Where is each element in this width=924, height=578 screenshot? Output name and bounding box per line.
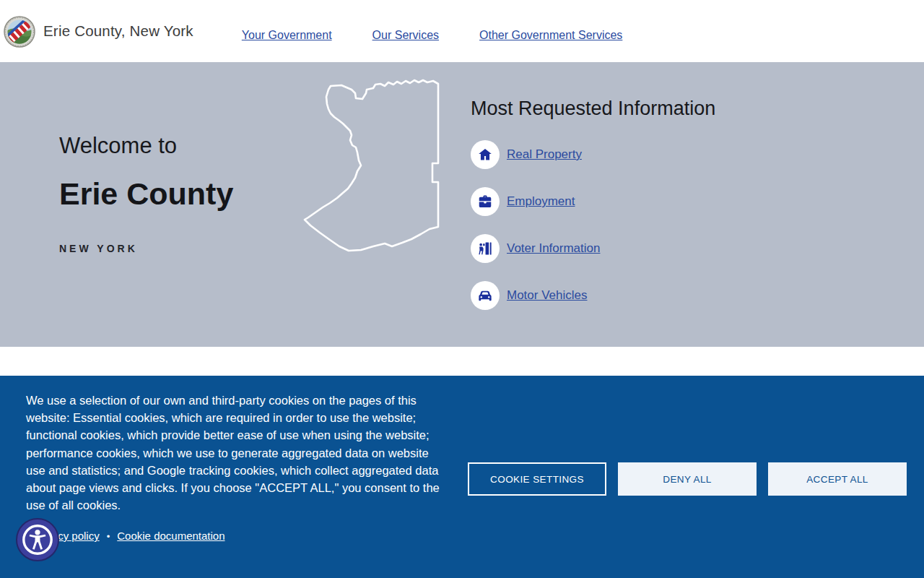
cookie-consent-banner: We use a selection of our own and third-… [0, 376, 924, 578]
cookie-buttons: COOKIE SETTINGS DENY ALL ACCEPT ALL [468, 462, 907, 496]
link-motor-vehicles[interactable]: Motor Vehicles [507, 288, 588, 303]
hero-county-name: Erie County [59, 176, 233, 212]
list-item: Voter Information [471, 234, 817, 263]
hero-state-name: NEW YORK [59, 243, 138, 254]
deny-all-button[interactable]: DENY ALL [618, 462, 757, 496]
nav-other-government-services[interactable]: Other Government Services [479, 29, 622, 42]
list-item: Motor Vehicles [471, 281, 817, 310]
most-requested-list: Real Property Employment Voter Informati… [471, 140, 817, 310]
car-icon [471, 281, 500, 310]
briefcase-icon [471, 187, 500, 216]
cookie-documentation-link[interactable]: Cookie documentation [117, 530, 225, 542]
cookie-settings-button[interactable]: COOKIE SETTINGS [468, 462, 606, 496]
accept-all-button[interactable]: ACCEPT ALL [768, 462, 907, 496]
site-title: Erie County, New York [43, 22, 193, 40]
main-nav: Your Government Our Services Other Gover… [242, 29, 623, 42]
link-voter-information[interactable]: Voter Information [507, 241, 600, 256]
erie-county-map-outline [292, 69, 444, 261]
nav-our-services[interactable]: Our Services [372, 29, 439, 42]
cookie-links: Privacy policy Cookie documentation [33, 530, 225, 543]
accessibility-icon [20, 522, 55, 557]
page: Erie County, New York Your Government Ou… [0, 0, 924, 578]
home-icon [471, 140, 500, 169]
list-item: Employment [471, 187, 817, 216]
most-requested-title: Most Requested Information [471, 95, 817, 121]
link-employment[interactable]: Employment [507, 194, 575, 209]
hero-welcome-text: Welcome to [59, 133, 177, 159]
header: Erie County, New York Your Government Ou… [0, 0, 924, 62]
cookie-message: We use a selection of our own and third-… [26, 392, 441, 514]
link-real-property[interactable]: Real Property [507, 147, 582, 162]
voting-booth-icon [471, 234, 500, 263]
list-item: Real Property [471, 140, 817, 169]
hero-section: Welcome to Erie County NEW YORK Most Req… [0, 62, 924, 347]
most-requested-section: Most Requested Information Real Property… [471, 95, 817, 328]
accessibility-widget-button[interactable] [16, 518, 59, 561]
nav-your-government[interactable]: Your Government [242, 29, 332, 42]
erie-county-seal-logo [4, 16, 35, 48]
